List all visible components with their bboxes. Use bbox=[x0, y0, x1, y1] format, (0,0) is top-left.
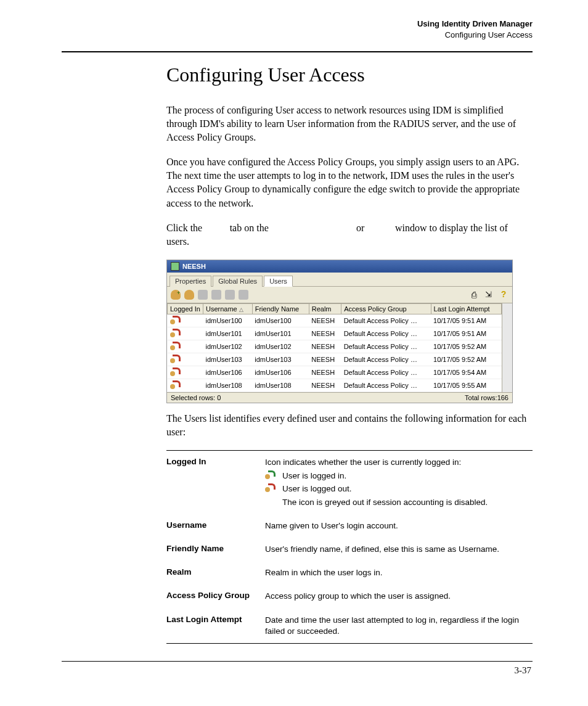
cell-realm: NEESH bbox=[309, 379, 341, 392]
cell-last-login: 10/17/05 9:52 AM bbox=[431, 353, 501, 366]
paragraph-intro-1: The process of configuring User access t… bbox=[166, 104, 533, 144]
cell-logged-in bbox=[168, 379, 203, 392]
page-title: Configuring User Access bbox=[166, 64, 533, 86]
table-row[interactable]: idmUser100idmUser100NEESHDefault Access … bbox=[168, 314, 502, 327]
print-icon[interactable] bbox=[472, 290, 481, 300]
running-header-subtitle: Configuring User Access bbox=[445, 30, 533, 39]
tab-users[interactable]: Users bbox=[264, 276, 293, 287]
def-value: Realm in which the user logs in. bbox=[265, 567, 533, 578]
window-icon bbox=[171, 262, 179, 271]
cell-last-login: 10/17/05 9:51 AM bbox=[431, 314, 501, 327]
def-value: Date and time the user last attempted to… bbox=[265, 615, 533, 637]
def-row-logged-in: Logged In Icon indicates whether the use… bbox=[166, 451, 533, 514]
cell-username: idmUser102 bbox=[203, 340, 252, 353]
def-row-apg: Access Policy Group Access policy group … bbox=[166, 585, 533, 608]
help-icon[interactable]: ? bbox=[499, 290, 508, 300]
logged-out-icon bbox=[265, 483, 277, 493]
cell-realm: NEESH bbox=[309, 314, 341, 327]
cell-apg: Default Access Policy … bbox=[341, 327, 431, 340]
cell-logged-in bbox=[168, 353, 203, 366]
logged-in-icon bbox=[265, 470, 277, 480]
definitions-table: Logged In Icon indicates whether the use… bbox=[166, 450, 533, 644]
running-header-title: Using Identity Driven Manager bbox=[417, 19, 533, 28]
def-label: Logged In bbox=[166, 457, 259, 466]
cell-username: idmUser108 bbox=[203, 379, 252, 392]
sort-indicator-icon: △ bbox=[239, 306, 243, 313]
logged-out-icon bbox=[170, 316, 179, 324]
user-icon[interactable] bbox=[184, 290, 194, 300]
def-label: Access Policy Group bbox=[166, 591, 259, 600]
tab-properties[interactable]: Properties bbox=[169, 276, 211, 287]
cell-apg: Default Access Policy … bbox=[341, 366, 431, 379]
cell-friendly: idmUser106 bbox=[252, 366, 309, 379]
def-label: Friendly Name bbox=[166, 544, 259, 553]
running-header: Using Identity Driven Manager Configurin… bbox=[62, 18, 533, 40]
def-label: Realm bbox=[166, 567, 259, 577]
cell-friendly: idmUser108 bbox=[252, 379, 309, 392]
export-icon[interactable] bbox=[485, 290, 495, 300]
col-last-login[interactable]: Last Login Attempt bbox=[431, 303, 501, 314]
users-window-screenshot: NEESH Properties Global Rules Users bbox=[166, 260, 513, 403]
cell-realm: NEESH bbox=[309, 340, 341, 353]
add-user-icon[interactable] bbox=[171, 290, 181, 300]
tab-global-rules[interactable]: Global Rules bbox=[213, 276, 263, 287]
col-realm[interactable]: Realm bbox=[309, 303, 341, 314]
cell-realm: NEESH bbox=[309, 366, 341, 379]
col-access-policy-group[interactable]: Access Policy Group bbox=[341, 303, 431, 314]
cell-logged-in bbox=[168, 314, 203, 327]
cell-username: idmUser100 bbox=[203, 314, 252, 327]
col-logged-in[interactable]: Logged In bbox=[168, 303, 203, 314]
cell-friendly: idmUser100 bbox=[252, 314, 309, 327]
toolbar: ? bbox=[167, 287, 512, 303]
table-row[interactable]: idmUser101idmUser101NEESHDefault Access … bbox=[168, 327, 502, 340]
status-selected: Selected rows: 0 bbox=[171, 394, 221, 401]
users-table: Logged In Username △ Friendly Name Realm… bbox=[167, 303, 502, 392]
paragraph-list-intro: The Users list identifies every defined … bbox=[166, 412, 533, 439]
cell-username: idmUser106 bbox=[203, 366, 252, 379]
cell-logged-in bbox=[168, 340, 203, 353]
table-header-row: Logged In Username △ Friendly Name Realm… bbox=[168, 303, 502, 314]
col-friendly-name[interactable]: Friendly Name bbox=[252, 303, 309, 314]
cell-username: idmUser103 bbox=[203, 353, 252, 366]
def-value: User's friendly name, if defined, else t… bbox=[265, 544, 533, 555]
tab-strip: Properties Global Rules Users bbox=[167, 273, 512, 287]
def-row-realm: Realm Realm in which the user logs in. bbox=[166, 561, 533, 585]
table-row[interactable]: idmUser106idmUser106NEESHDefault Access … bbox=[168, 366, 502, 379]
logged-out-icon bbox=[170, 355, 179, 363]
col-username[interactable]: Username △ bbox=[203, 303, 252, 314]
paragraph-intro-2: Once you have configured the Access Poli… bbox=[166, 155, 533, 210]
cell-apg: Default Access Policy … bbox=[341, 379, 431, 392]
def-label: Last Login Attempt bbox=[166, 615, 259, 624]
cell-realm: NEESH bbox=[309, 327, 341, 340]
vertical-scrollbar[interactable] bbox=[502, 303, 512, 392]
rule-top bbox=[62, 51, 533, 52]
cell-username: idmUser101 bbox=[203, 327, 252, 340]
toolbar-icon-6[interactable] bbox=[239, 290, 248, 300]
rule-bottom bbox=[62, 661, 533, 662]
cell-last-login: 10/17/05 9:55 AM bbox=[431, 379, 501, 392]
toolbar-icon-3[interactable] bbox=[198, 290, 208, 300]
cell-apg: Default Access Policy … bbox=[341, 340, 431, 353]
cell-last-login: 10/17/05 9:54 AM bbox=[431, 366, 501, 379]
table-row[interactable]: idmUser102idmUser102NEESHDefault Access … bbox=[168, 340, 502, 353]
cell-apg: Default Access Policy … bbox=[341, 353, 431, 366]
cell-apg: Default Access Policy … bbox=[341, 314, 431, 327]
cell-friendly: idmUser103 bbox=[252, 353, 309, 366]
def-value: Access policy group to which the user is… bbox=[265, 591, 533, 602]
status-bar: Selected rows: 0 Total rows:166 bbox=[167, 392, 512, 403]
toolbar-icon-4[interactable] bbox=[211, 290, 221, 300]
toolbar-icon-5[interactable] bbox=[225, 290, 235, 300]
table-row[interactable]: idmUser108idmUser108NEESHDefault Access … bbox=[168, 379, 502, 392]
logged-out-icon bbox=[170, 367, 179, 376]
table-row[interactable]: idmUser103idmUser103NEESHDefault Access … bbox=[168, 353, 502, 366]
window-title: NEESH bbox=[182, 263, 206, 270]
logged-out-icon bbox=[170, 342, 179, 350]
window-titlebar: NEESH bbox=[167, 260, 512, 273]
def-label: Username bbox=[166, 520, 259, 530]
page-number: 3-37 bbox=[62, 665, 533, 676]
cell-realm: NEESH bbox=[309, 353, 341, 366]
def-row-friendly-name: Friendly Name User's friendly name, if d… bbox=[166, 538, 533, 561]
def-value: Icon indicates whether the user is curre… bbox=[265, 457, 533, 508]
def-row-last-login: Last Login Attempt Date and time the use… bbox=[166, 609, 533, 643]
cell-logged-in bbox=[168, 366, 203, 379]
